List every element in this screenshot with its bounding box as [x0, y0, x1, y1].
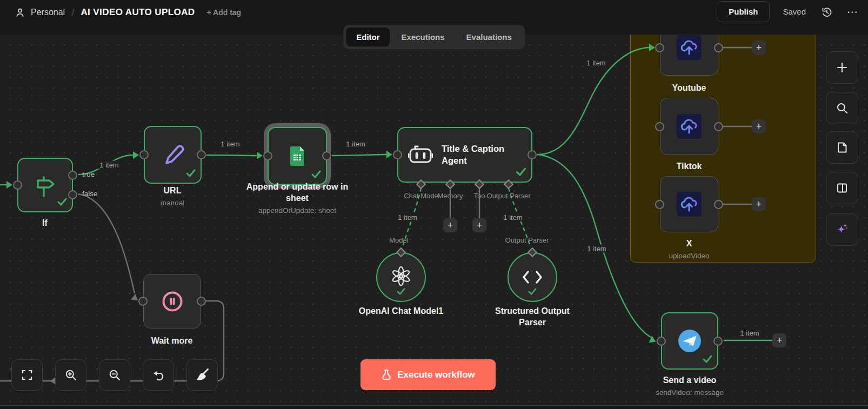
wait-input-port[interactable] — [138, 297, 148, 306]
node-if[interactable] — [17, 158, 73, 212]
n8n-workflow-editor: Personal / AI VIDEO AUTO UPLOAD + Add ta… — [0, 0, 868, 409]
undo-icon — [152, 368, 165, 381]
sub-port-label-model: Model — [389, 236, 408, 244]
node-youtube[interactable] — [660, 35, 718, 76]
youtube-add-node-button[interactable]: + — [752, 41, 766, 55]
edge-label: 1 item — [344, 140, 367, 148]
edge-label: 1 item — [396, 213, 419, 222]
telegram-input-port[interactable] — [657, 337, 666, 346]
node-openai-chat-model[interactable] — [376, 252, 426, 302]
add-tool-button[interactable]: + — [472, 218, 486, 232]
broom-icon — [195, 367, 210, 383]
if-true-port[interactable] — [68, 171, 77, 180]
node-label-openai: OpenAI Chat Model1 — [359, 306, 443, 317]
url-input-port[interactable] — [139, 150, 149, 159]
zoom-in-icon — [64, 368, 77, 381]
zoom-out-icon — [108, 368, 121, 381]
port-label-tool: Too — [474, 192, 485, 200]
fit-view-button[interactable] — [11, 359, 43, 391]
edge-url-sheet — [206, 155, 258, 156]
x-output-port[interactable] — [714, 200, 723, 209]
add-tag-button[interactable]: + Add tag — [207, 8, 242, 17]
node-label-wait: Wait more — [151, 336, 193, 347]
sheet-output-port[interactable] — [322, 151, 331, 160]
check-icon — [528, 287, 537, 297]
url-output-port[interactable] — [197, 150, 206, 159]
undo-button[interactable] — [143, 359, 174, 391]
tiktok-add-node-button[interactable]: + — [752, 119, 766, 133]
openai-icon — [390, 266, 412, 289]
publish-button[interactable]: Publish — [717, 1, 770, 22]
edge-sheet-agent — [332, 155, 388, 156]
execute-workflow-label: Execute workflow — [397, 370, 475, 380]
youtube-input-port[interactable] — [655, 43, 664, 52]
node-label-telegram: Send a videosendVideo: message — [656, 375, 724, 397]
check-icon — [57, 197, 68, 208]
tab-evaluations[interactable]: Evaluations — [456, 28, 522, 46]
wait-output-port[interactable] — [197, 297, 206, 306]
execute-workflow-button[interactable]: Execute workflow — [360, 359, 496, 390]
telegram-add-node-button[interactable]: + — [772, 333, 786, 347]
tiktok-output-port[interactable] — [714, 122, 723, 131]
edge-label: 1 item — [585, 245, 608, 253]
upload-cloud-icon — [677, 192, 702, 217]
agent-output-port[interactable] — [528, 150, 537, 159]
ai-assistant-button[interactable] — [826, 213, 858, 246]
top-bar-actions: Publish Saved ⋯ — [717, 1, 859, 22]
search-icon — [836, 102, 849, 115]
add-memory-button[interactable]: + — [443, 218, 457, 232]
edge-label: 1 item — [501, 213, 524, 222]
bottom-band — [0, 406, 868, 409]
sub-port-label-output-parser: Output Parser — [505, 236, 549, 244]
save-status: Saved — [783, 7, 806, 16]
node-sheet[interactable] — [268, 127, 327, 185]
telegram-output-port[interactable] — [713, 337, 723, 346]
more-menu-icon[interactable]: ⋯ — [846, 8, 859, 16]
x-add-node-button[interactable]: + — [752, 197, 766, 211]
node-url[interactable] — [144, 126, 202, 184]
node-label-tiktok: Tiktok — [677, 161, 702, 172]
fit-view-icon — [21, 368, 34, 381]
tidy-up-button[interactable] — [186, 359, 218, 391]
split-panel-button[interactable] — [826, 172, 858, 204]
panel-icon — [836, 182, 849, 195]
upload-cloud-icon — [677, 35, 702, 60]
if-false-port[interactable] — [68, 190, 77, 199]
agent-input-port[interactable] — [393, 150, 402, 159]
node-x[interactable] — [660, 176, 718, 232]
workflow-title[interactable]: AI VIDEO AUTO UPLOAD — [81, 7, 195, 18]
check-icon — [396, 287, 406, 297]
node-telegram[interactable] — [661, 312, 718, 370]
node-structured-output-parser[interactable] — [508, 252, 557, 302]
breadcrumb-project[interactable]: Personal — [31, 8, 65, 17]
node-tiktok[interactable] — [660, 98, 718, 155]
if-input-port[interactable] — [13, 180, 22, 190]
node-label-parser: Structured Output Parser — [484, 306, 581, 328]
signpost-icon — [32, 172, 59, 199]
node-wait[interactable] — [143, 274, 201, 328]
sticky-note-button[interactable] — [826, 131, 858, 164]
google-sheets-icon — [285, 144, 309, 168]
add-node-button[interactable] — [826, 51, 858, 84]
x-input-port[interactable] — [655, 200, 664, 209]
port-label-memory: Memory — [438, 192, 463, 200]
node-agent[interactable]: Title & Caption Agent — [397, 127, 532, 183]
workflow-canvas[interactable]: If true false URLmanual — [0, 35, 868, 409]
tab-editor[interactable]: Editor — [346, 28, 390, 46]
zoom-in-button[interactable] — [55, 359, 86, 391]
edge-label: 1 item — [738, 329, 761, 337]
flask-icon — [381, 369, 392, 380]
tiktok-input-port[interactable] — [655, 122, 664, 131]
search-button[interactable] — [826, 92, 858, 124]
check-icon — [702, 354, 713, 365]
edge-label: 1 item — [584, 59, 607, 67]
tab-executions[interactable]: Executions — [391, 28, 455, 46]
port-label-chat-model: Chat Mode — [404, 192, 438, 200]
youtube-output-port[interactable] — [714, 43, 723, 52]
zoom-out-button[interactable] — [99, 359, 130, 391]
history-icon[interactable] — [819, 5, 833, 19]
telegram-icon — [678, 329, 702, 353]
sheet-input-port[interactable] — [263, 151, 272, 160]
node-label-if: If — [42, 218, 48, 229]
plus-icon — [836, 61, 849, 74]
